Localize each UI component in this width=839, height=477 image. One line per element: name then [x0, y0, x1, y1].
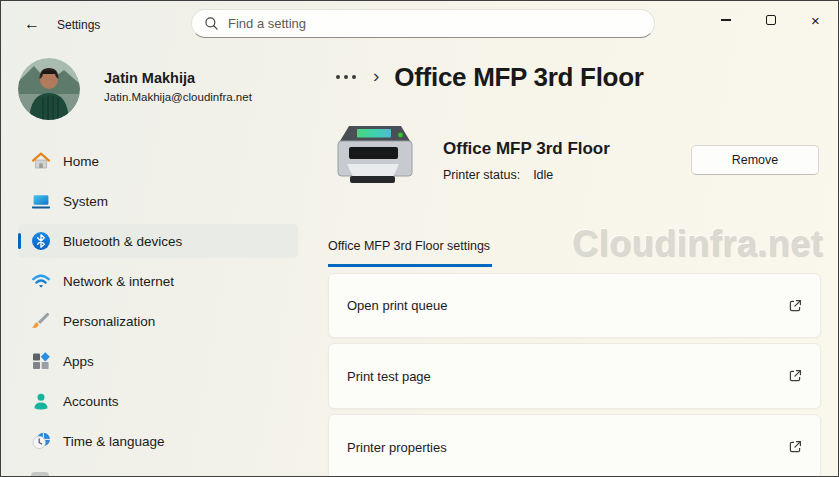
- dot: [336, 75, 340, 79]
- profile-name: Jatin Makhija: [104, 70, 195, 86]
- sidebar-item-system[interactable]: System: [18, 184, 298, 218]
- apps-icon: [31, 351, 51, 371]
- home-icon: [31, 151, 51, 171]
- sidebar-item-label: Apps: [63, 354, 94, 369]
- printer-icon: [334, 124, 416, 186]
- time-language-icon: [31, 431, 51, 451]
- printer-name: Office MFP 3rd Floor: [443, 139, 610, 159]
- sidebar-item-label: Bluetooth & devices: [63, 234, 182, 249]
- external-link-icon: [787, 368, 803, 384]
- print-test-page-item[interactable]: Print test page: [328, 343, 821, 409]
- item-label: Open print queue: [347, 298, 447, 313]
- search-input[interactable]: [228, 16, 642, 31]
- sidebar-item-label: Accounts: [63, 394, 119, 409]
- search-icon: [204, 16, 219, 31]
- settings-window: ← Settings ×: [0, 0, 839, 477]
- breadcrumb: › Office MFP 3rd Floor: [334, 59, 644, 95]
- personalization-icon: [31, 311, 51, 331]
- sidebar: Jatin Makhija Jatin.Makhija@cloudinfra.n…: [1, 47, 311, 476]
- bluetooth-icon: [31, 231, 51, 251]
- item-label: Print test page: [347, 369, 431, 384]
- item-label: Printer properties: [347, 440, 447, 455]
- sidebar-item-home[interactable]: Home: [18, 144, 298, 178]
- printer-status-label: Printer status:: [443, 168, 520, 182]
- sidebar-item-apps[interactable]: Apps: [18, 344, 298, 378]
- sidebar-item-label: Home: [63, 154, 99, 169]
- close-icon: ×: [811, 13, 820, 28]
- maximize-button[interactable]: [748, 1, 793, 39]
- sidebar-item-personalization[interactable]: Personalization: [18, 304, 298, 338]
- maximize-icon: [766, 15, 776, 25]
- page-title: Office MFP 3rd Floor: [394, 62, 643, 93]
- network-icon: [31, 271, 51, 291]
- sidebar-item-time-language[interactable]: Time & language: [18, 424, 298, 458]
- sidebar-item-label: Network & internet: [63, 274, 174, 289]
- external-link-icon: [787, 298, 803, 314]
- sidebar-item-label: System: [63, 194, 108, 209]
- system-icon: [31, 191, 51, 211]
- printer-properties-item[interactable]: Printer properties: [328, 414, 821, 477]
- sidebar-item-accounts[interactable]: Accounts: [18, 384, 298, 418]
- minimize-button[interactable]: [703, 1, 748, 39]
- sidebar-item-label: Personalization: [63, 314, 155, 329]
- profile-email: Jatin.Makhija@cloudinfra.net: [104, 91, 252, 103]
- dot: [344, 75, 348, 79]
- remove-button[interactable]: Remove: [691, 145, 819, 175]
- settings-list: Open print queue Print test page P: [328, 273, 821, 477]
- search-box[interactable]: [191, 9, 655, 38]
- watermark: Cloudinfra.net: [572, 223, 823, 265]
- main-content: › Office MFP 3rd Floor Office MFP 3rd Fl…: [328, 47, 821, 477]
- minimize-icon: [721, 19, 731, 20]
- tab-printer-settings[interactable]: Office MFP 3rd Floor settings: [328, 239, 492, 267]
- sidebar-item-label: Time & language: [63, 434, 165, 449]
- titlebar: ← Settings ×: [1, 1, 838, 47]
- app-title: Settings: [57, 18, 100, 32]
- accounts-icon: [31, 391, 51, 411]
- sidebar-item-network-internet[interactable]: Network & internet: [18, 264, 298, 298]
- arrow-left-icon: ←: [24, 15, 40, 32]
- back-button[interactable]: ←: [17, 11, 47, 37]
- breadcrumb-more-button[interactable]: [334, 71, 358, 83]
- window-controls: ×: [703, 1, 838, 39]
- printer-status: Printer status:Idle: [443, 168, 553, 182]
- gaming-icon-partial: [31, 472, 49, 477]
- dot: [352, 75, 356, 79]
- chevron-right-icon: ›: [373, 66, 379, 85]
- avatar[interactable]: [18, 58, 80, 120]
- avatar-photo: [18, 58, 80, 120]
- printer-status-value: Idle: [533, 168, 553, 182]
- sidebar-nav: Home System Bluetooth & de: [1, 144, 311, 464]
- close-button[interactable]: ×: [793, 1, 838, 39]
- open-print-queue-item[interactable]: Open print queue: [328, 273, 821, 338]
- external-link-icon: [787, 439, 803, 455]
- sidebar-item-bluetooth-devices[interactable]: Bluetooth & devices: [18, 224, 298, 258]
